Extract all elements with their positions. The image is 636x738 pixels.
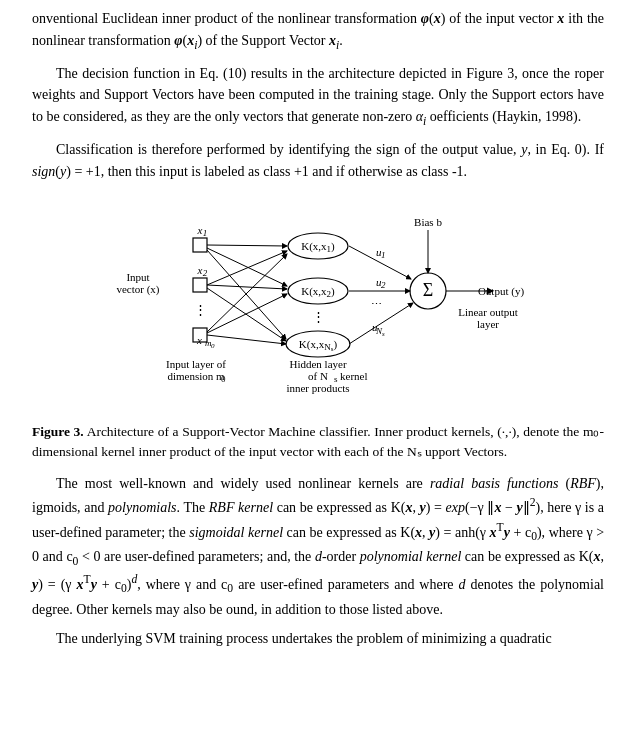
paragraph-group-2: The most well-known and widely used nonl… <box>32 473 604 650</box>
svg-text:Hidden layer: Hidden layer <box>289 358 346 370</box>
figure-3: Input vector (x) x 1 x 2 ⋮ x m 0 <box>32 196 604 463</box>
svg-text:Linear output: Linear output <box>458 306 518 318</box>
svg-line-26 <box>207 254 287 332</box>
svg-text:1: 1 <box>203 228 208 238</box>
para-4-text: The most well-known and widely used nonl… <box>32 473 604 621</box>
svg-text:x: x <box>197 224 203 236</box>
svg-line-25 <box>207 288 286 341</box>
svg-text:Output (y): Output (y) <box>478 285 524 298</box>
svg-line-20 <box>207 245 287 246</box>
svg-text:vector (x): vector (x) <box>116 283 159 296</box>
svg-text:0: 0 <box>211 342 215 350</box>
svg-text:0: 0 <box>221 374 226 384</box>
svg-text:Input layer of: Input layer of <box>166 358 226 370</box>
svg-text:layer: layer <box>477 318 499 330</box>
paragraph-1: onventional Euclidean inner product of t… <box>32 8 604 182</box>
para-2-text: The decision function in Eq. (10) result… <box>32 63 604 131</box>
para-3-text: Classification is therefore performed by… <box>32 139 604 182</box>
svg-text:⋮: ⋮ <box>312 309 325 324</box>
svg-text:x: x <box>197 264 203 276</box>
svg-text:2: 2 <box>381 280 386 290</box>
svg-line-22 <box>207 250 286 339</box>
svg-text:x: x <box>196 334 202 346</box>
svg-text:⋯: ⋯ <box>371 298 382 310</box>
svg-text:2: 2 <box>203 268 208 278</box>
para-5-text: The underlying SVM training process unde… <box>32 628 604 650</box>
svg-text:s: s <box>382 330 385 338</box>
svg-text:kernel: kernel <box>340 370 367 382</box>
svg-text:Input: Input <box>126 271 149 283</box>
figure-diagram: Input vector (x) x 1 x 2 ⋮ x m 0 <box>108 196 528 416</box>
svg-text:Bias b: Bias b <box>414 216 442 228</box>
figure-svg: Input vector (x) x 1 x 2 ⋮ x m 0 <box>108 196 528 416</box>
svg-text:of N: of N <box>308 370 328 382</box>
svg-rect-2 <box>193 238 207 252</box>
svg-text:1: 1 <box>381 250 386 260</box>
svg-line-28 <box>207 335 286 344</box>
svg-text:⋮: ⋮ <box>194 302 207 317</box>
svg-text:Σ: Σ <box>423 280 433 300</box>
svg-text:dimension m: dimension m <box>167 370 225 382</box>
page: onventional Euclidean inner product of t… <box>0 0 636 676</box>
svg-text:inner products: inner products <box>286 382 349 394</box>
figure-caption: Figure 3. Architecture of a Support-Vect… <box>32 422 604 463</box>
figure-caption-text: Architecture of a Support-Vector Machine… <box>32 424 604 459</box>
svg-line-24 <box>207 285 287 289</box>
svg-rect-5 <box>193 278 207 292</box>
figure-label: Figure 3. <box>32 424 84 439</box>
para-1-text: onventional Euclidean inner product of t… <box>32 8 604 55</box>
